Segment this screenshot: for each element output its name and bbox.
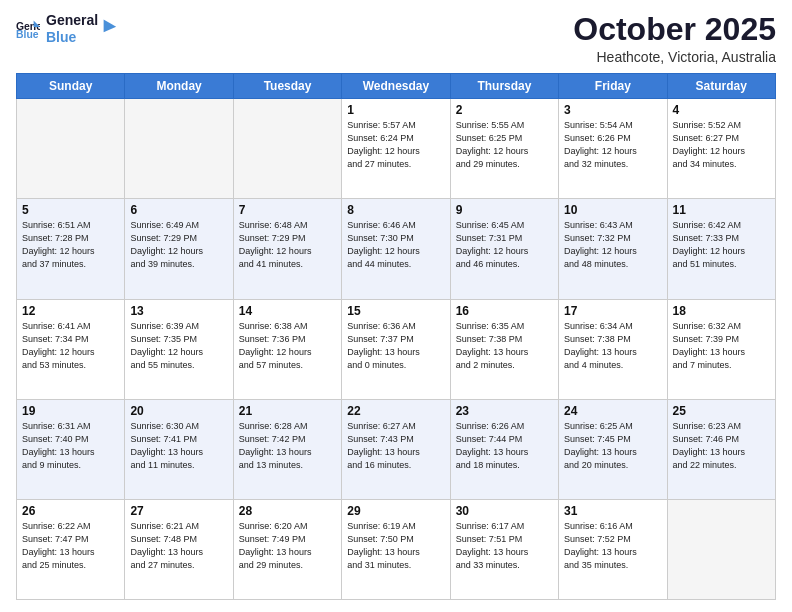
col-monday: Monday: [125, 74, 233, 99]
day-number: 4: [673, 103, 770, 117]
day-number: 25: [673, 404, 770, 418]
day-info: Sunrise: 6:32 AM Sunset: 7:39 PM Dayligh…: [673, 320, 770, 372]
day-info: Sunrise: 6:45 AM Sunset: 7:31 PM Dayligh…: [456, 219, 553, 271]
table-row: 18Sunrise: 6:32 AM Sunset: 7:39 PM Dayli…: [667, 299, 775, 399]
svg-text:Blue: Blue: [16, 29, 39, 39]
logo-icon: General Blue: [16, 19, 40, 39]
table-row: 8Sunrise: 6:46 AM Sunset: 7:30 PM Daylig…: [342, 199, 450, 299]
svg-marker-3: [104, 19, 117, 32]
day-info: Sunrise: 6:42 AM Sunset: 7:33 PM Dayligh…: [673, 219, 770, 271]
table-row: 13Sunrise: 6:39 AM Sunset: 7:35 PM Dayli…: [125, 299, 233, 399]
day-info: Sunrise: 6:39 AM Sunset: 7:35 PM Dayligh…: [130, 320, 227, 372]
day-info: Sunrise: 5:55 AM Sunset: 6:25 PM Dayligh…: [456, 119, 553, 171]
table-row: 30Sunrise: 6:17 AM Sunset: 7:51 PM Dayli…: [450, 499, 558, 599]
table-row: 3Sunrise: 5:54 AM Sunset: 6:26 PM Daylig…: [559, 99, 667, 199]
day-info: Sunrise: 6:41 AM Sunset: 7:34 PM Dayligh…: [22, 320, 119, 372]
table-row: 23Sunrise: 6:26 AM Sunset: 7:44 PM Dayli…: [450, 399, 558, 499]
day-info: Sunrise: 6:43 AM Sunset: 7:32 PM Dayligh…: [564, 219, 661, 271]
table-row: 5Sunrise: 6:51 AM Sunset: 7:28 PM Daylig…: [17, 199, 125, 299]
day-info: Sunrise: 6:48 AM Sunset: 7:29 PM Dayligh…: [239, 219, 336, 271]
day-number: 24: [564, 404, 661, 418]
day-number: 16: [456, 304, 553, 318]
table-row: 10Sunrise: 6:43 AM Sunset: 7:32 PM Dayli…: [559, 199, 667, 299]
table-row: 28Sunrise: 6:20 AM Sunset: 7:49 PM Dayli…: [233, 499, 341, 599]
logo-arrow-icon: [100, 16, 118, 34]
day-info: Sunrise: 5:52 AM Sunset: 6:27 PM Dayligh…: [673, 119, 770, 171]
day-number: 7: [239, 203, 336, 217]
day-info: Sunrise: 6:34 AM Sunset: 7:38 PM Dayligh…: [564, 320, 661, 372]
day-number: 23: [456, 404, 553, 418]
table-row: [667, 499, 775, 599]
calendar-week-row: 5Sunrise: 6:51 AM Sunset: 7:28 PM Daylig…: [17, 199, 776, 299]
day-info: Sunrise: 6:25 AM Sunset: 7:45 PM Dayligh…: [564, 420, 661, 472]
day-info: Sunrise: 6:30 AM Sunset: 7:41 PM Dayligh…: [130, 420, 227, 472]
day-number: 8: [347, 203, 444, 217]
table-row: 17Sunrise: 6:34 AM Sunset: 7:38 PM Dayli…: [559, 299, 667, 399]
day-number: 21: [239, 404, 336, 418]
logo-blue: Blue: [46, 29, 98, 46]
table-row: 2Sunrise: 5:55 AM Sunset: 6:25 PM Daylig…: [450, 99, 558, 199]
table-row: 14Sunrise: 6:38 AM Sunset: 7:36 PM Dayli…: [233, 299, 341, 399]
table-row: 7Sunrise: 6:48 AM Sunset: 7:29 PM Daylig…: [233, 199, 341, 299]
table-row: 24Sunrise: 6:25 AM Sunset: 7:45 PM Dayli…: [559, 399, 667, 499]
location: Heathcote, Victoria, Australia: [573, 49, 776, 65]
table-row: 27Sunrise: 6:21 AM Sunset: 7:48 PM Dayli…: [125, 499, 233, 599]
day-number: 29: [347, 504, 444, 518]
col-friday: Friday: [559, 74, 667, 99]
day-number: 10: [564, 203, 661, 217]
table-row: 15Sunrise: 6:36 AM Sunset: 7:37 PM Dayli…: [342, 299, 450, 399]
table-row: [125, 99, 233, 199]
day-number: 1: [347, 103, 444, 117]
calendar-week-row: 12Sunrise: 6:41 AM Sunset: 7:34 PM Dayli…: [17, 299, 776, 399]
day-info: Sunrise: 6:22 AM Sunset: 7:47 PM Dayligh…: [22, 520, 119, 572]
day-number: 26: [22, 504, 119, 518]
day-info: Sunrise: 6:28 AM Sunset: 7:42 PM Dayligh…: [239, 420, 336, 472]
month-title: October 2025: [573, 12, 776, 47]
day-number: 3: [564, 103, 661, 117]
table-row: 20Sunrise: 6:30 AM Sunset: 7:41 PM Dayli…: [125, 399, 233, 499]
day-number: 12: [22, 304, 119, 318]
day-info: Sunrise: 6:19 AM Sunset: 7:50 PM Dayligh…: [347, 520, 444, 572]
table-row: 9Sunrise: 6:45 AM Sunset: 7:31 PM Daylig…: [450, 199, 558, 299]
day-number: 17: [564, 304, 661, 318]
col-tuesday: Tuesday: [233, 74, 341, 99]
day-info: Sunrise: 5:57 AM Sunset: 6:24 PM Dayligh…: [347, 119, 444, 171]
title-block: October 2025 Heathcote, Victoria, Austra…: [573, 12, 776, 65]
header: General Blue General Blue October 2025 H…: [16, 12, 776, 65]
day-info: Sunrise: 6:36 AM Sunset: 7:37 PM Dayligh…: [347, 320, 444, 372]
table-row: 26Sunrise: 6:22 AM Sunset: 7:47 PM Dayli…: [17, 499, 125, 599]
table-row: 25Sunrise: 6:23 AM Sunset: 7:46 PM Dayli…: [667, 399, 775, 499]
table-row: 31Sunrise: 6:16 AM Sunset: 7:52 PM Dayli…: [559, 499, 667, 599]
day-number: 14: [239, 304, 336, 318]
col-thursday: Thursday: [450, 74, 558, 99]
table-row: 29Sunrise: 6:19 AM Sunset: 7:50 PM Dayli…: [342, 499, 450, 599]
calendar-week-row: 1Sunrise: 5:57 AM Sunset: 6:24 PM Daylig…: [17, 99, 776, 199]
day-info: Sunrise: 6:16 AM Sunset: 7:52 PM Dayligh…: [564, 520, 661, 572]
day-number: 27: [130, 504, 227, 518]
col-saturday: Saturday: [667, 74, 775, 99]
day-number: 18: [673, 304, 770, 318]
day-number: 6: [130, 203, 227, 217]
table-row: 12Sunrise: 6:41 AM Sunset: 7:34 PM Dayli…: [17, 299, 125, 399]
day-number: 13: [130, 304, 227, 318]
table-row: 16Sunrise: 6:35 AM Sunset: 7:38 PM Dayli…: [450, 299, 558, 399]
day-info: Sunrise: 6:23 AM Sunset: 7:46 PM Dayligh…: [673, 420, 770, 472]
logo: General Blue General Blue: [16, 12, 118, 46]
day-number: 20: [130, 404, 227, 418]
day-info: Sunrise: 5:54 AM Sunset: 6:26 PM Dayligh…: [564, 119, 661, 171]
day-number: 19: [22, 404, 119, 418]
day-number: 30: [456, 504, 553, 518]
day-info: Sunrise: 6:20 AM Sunset: 7:49 PM Dayligh…: [239, 520, 336, 572]
day-info: Sunrise: 6:51 AM Sunset: 7:28 PM Dayligh…: [22, 219, 119, 271]
day-number: 28: [239, 504, 336, 518]
day-info: Sunrise: 6:46 AM Sunset: 7:30 PM Dayligh…: [347, 219, 444, 271]
table-row: 11Sunrise: 6:42 AM Sunset: 7:33 PM Dayli…: [667, 199, 775, 299]
table-row: 19Sunrise: 6:31 AM Sunset: 7:40 PM Dayli…: [17, 399, 125, 499]
day-info: Sunrise: 6:26 AM Sunset: 7:44 PM Dayligh…: [456, 420, 553, 472]
table-row: 1Sunrise: 5:57 AM Sunset: 6:24 PM Daylig…: [342, 99, 450, 199]
day-number: 15: [347, 304, 444, 318]
page: General Blue General Blue October 2025 H…: [0, 0, 792, 612]
day-number: 31: [564, 504, 661, 518]
day-info: Sunrise: 6:49 AM Sunset: 7:29 PM Dayligh…: [130, 219, 227, 271]
col-wednesday: Wednesday: [342, 74, 450, 99]
